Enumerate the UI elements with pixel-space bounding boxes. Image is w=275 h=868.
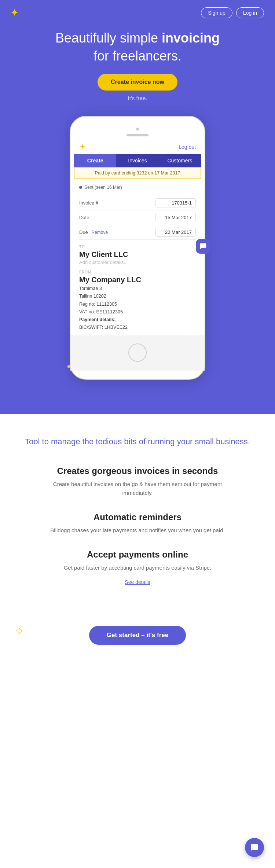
phone-bottom — [70, 335, 205, 371]
feature-payments-link[interactable]: See details — [125, 579, 150, 585]
feature-invoices-desc: Create beautiful invoices on the go & ha… — [50, 480, 225, 497]
diamond-icon: ◇ — [16, 626, 22, 635]
invoice-status: Sent (seen 16 Mar) — [79, 183, 196, 192]
features-section: Tool to manage the tedious bits of runni… — [0, 414, 275, 615]
yellow-dot-phone: ● — [67, 363, 71, 370]
hero-cta-wrap: Create invoice now It's free. — [15, 74, 260, 101]
phone-camera — [136, 128, 139, 130]
to-name: My Client LLC — [79, 250, 196, 259]
to-label: TO — [79, 245, 196, 249]
invoice-number-value[interactable]: 170315-1 — [155, 198, 196, 207]
phone-mockup: ✦ Log out Create Invoices Customers Paid… — [0, 116, 275, 380]
feature-payments: Accept payments online Get paid faster b… — [22, 549, 253, 585]
chat-float-button[interactable] — [245, 838, 264, 857]
bottom-cta: ◇ Get started – it's free — [0, 615, 275, 663]
feature-payments-desc: Get paid faster by accepting card paymen… — [50, 563, 225, 572]
get-started-button[interactable]: Get started – it's free — [89, 626, 186, 645]
feature-reminders-title: Automatic reminders — [22, 512, 253, 522]
hero-section: Sign up Log in ✦ Beautifully simple invo… — [0, 0, 275, 414]
navbar: Sign up Log in — [0, 0, 275, 26]
from-label: FROM — [79, 270, 196, 274]
invoice-status-text: Sent (seen 16 Mar) — [84, 185, 122, 190]
hero-free-text: It's free. — [128, 95, 147, 101]
feature-invoices: Creates gorgeous invoices in seconds Cre… — [22, 466, 253, 497]
from-address1: Tornimäe 3 — [79, 285, 196, 293]
from-vat: VAT no: EE11112305 — [79, 308, 196, 316]
invoice-number-row: Invoice # 170315-1 — [79, 196, 196, 210]
from-details: Tornimäe 3 Tallinn 10202 Reg no: 1111230… — [79, 285, 196, 332]
features-tagline: Tool to manage the tedious bits of runni… — [22, 436, 253, 448]
invoice-number-label: Invoice # — [79, 200, 98, 206]
hero-title-sub: for freelancers. — [94, 48, 182, 63]
due-label: Due Remove — [79, 229, 108, 235]
tab-invoices[interactable]: Invoices — [116, 154, 158, 167]
create-invoice-button[interactable]: Create invoice now — [98, 74, 177, 91]
phone-screen: ✦ Log out Create Invoices Customers Paid… — [74, 139, 201, 335]
login-button[interactable]: Log in — [236, 7, 264, 18]
app-header: ✦ Log out — [74, 139, 201, 154]
tab-customers[interactable]: Customers — [159, 154, 201, 167]
feature-payments-title: Accept payments online — [22, 549, 253, 560]
feature-reminders-desc: Billdogg chases your late payments and n… — [50, 526, 225, 535]
feature-reminders: Automatic reminders Billdogg chases your… — [22, 512, 253, 535]
paid-banner: Paid by card ending 3232 on 17 Mar 2017 — [74, 167, 201, 179]
from-reg: Reg no: 11112305 — [79, 301, 196, 308]
feature-invoices-title: Creates gorgeous invoices in seconds — [22, 466, 253, 476]
app-logout-button[interactable]: Log out — [179, 144, 196, 150]
hero-text: Beautifully simple invoicing for freelan… — [0, 26, 275, 105]
from-payment-value: BIC/SWIFT: LHBVEE22 — [79, 324, 196, 331]
due-remove-link[interactable]: Remove — [91, 230, 108, 235]
invoice-date-row: Date 15 Mar 2017 — [79, 210, 196, 225]
app-tabs: Create Invoices Customers — [74, 154, 201, 167]
logo-star-icon: ✦ — [10, 7, 19, 19]
hero-title: Beautifully simple invoicing for freelan… — [15, 29, 260, 65]
date-value[interactable]: 15 Mar 2017 — [155, 213, 196, 222]
from-payment-label: Payment details: — [79, 316, 196, 324]
due-value[interactable]: 22 Mar 2017 — [155, 228, 196, 237]
from-address2: Tallinn 10202 — [79, 293, 196, 300]
hero-title-bold: invoicing — [162, 30, 220, 45]
phone-frame: ✦ Log out Create Invoices Customers Paid… — [70, 116, 205, 380]
from-name: My Company LLC — [79, 276, 196, 284]
app-logo-icon: ✦ — [79, 142, 86, 152]
invoice-due-row: Due Remove 22 Mar 2017 — [79, 225, 196, 240]
chat-bubble-phone[interactable] — [196, 239, 210, 254]
signup-button[interactable]: Sign up — [201, 7, 232, 18]
to-placeholder[interactable]: Add customer details... — [79, 260, 196, 265]
date-label: Date — [79, 215, 89, 220]
hero-title-light: Beautifully simple — [55, 30, 158, 45]
phone-home-button[interactable] — [128, 343, 147, 362]
phone-speaker — [126, 134, 148, 136]
status-dot — [79, 186, 82, 189]
tab-create[interactable]: Create — [74, 154, 116, 167]
invoice-content: Sent (seen 16 Mar) Invoice # 170315-1 Da… — [74, 179, 201, 335]
